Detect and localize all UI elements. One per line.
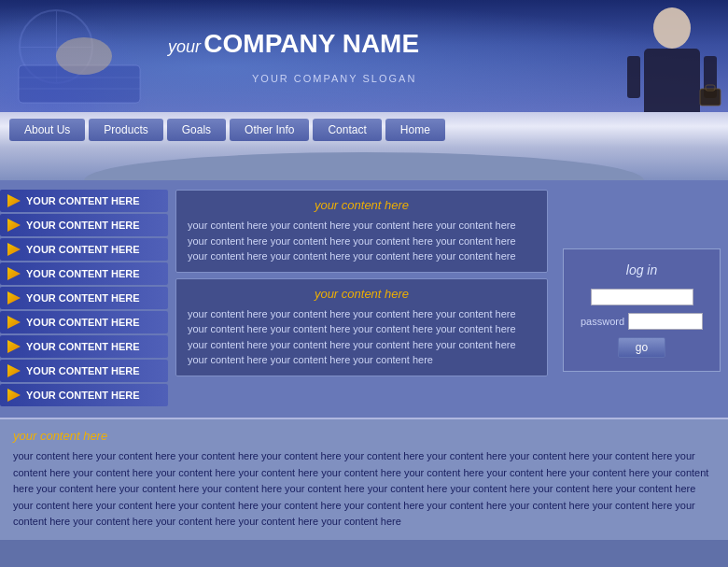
nav-about-us[interactable]: About Us <box>9 119 85 141</box>
sidebar-item-8[interactable]: YOUR CONTENT HERE <box>0 360 168 382</box>
company-slogan: YOUR COMPANY SLOGAN <box>252 73 416 84</box>
header: your COMPANY NAME YOUR COMPANY SLOGAN <box>0 0 728 112</box>
svg-rect-10 <box>700 89 721 106</box>
go-button[interactable]: go <box>618 337 665 358</box>
login-box: log in password go <box>563 248 721 372</box>
nav-curve-decoration <box>0 148 728 180</box>
arrow-icon <box>7 243 21 256</box>
password-label: password <box>581 316 624 327</box>
main-content: YOUR CONTENT HERE YOUR CONTENT HERE YOUR… <box>0 180 728 418</box>
content-box-2-body: your content here your content here your… <box>188 306 536 368</box>
sidebar-item-4[interactable]: YOUR CONTENT HERE <box>0 262 168 285</box>
nav-contact[interactable]: Contact <box>313 119 381 141</box>
password-input[interactable] <box>628 313 703 330</box>
sidebar-item-5[interactable]: YOUR CONTENT HERE <box>0 287 168 309</box>
arrow-icon <box>7 389 21 402</box>
center-content: your content here your content here your… <box>168 185 555 413</box>
nav-home[interactable]: Home <box>385 119 445 141</box>
bottom-section: your content here your content here your… <box>0 418 728 540</box>
svg-point-4 <box>653 7 691 49</box>
sidebar-item-1[interactable]: YOUR CONTENT HERE <box>0 190 168 212</box>
content-box-1-title: your content here <box>188 198 536 212</box>
svg-rect-8 <box>627 56 640 98</box>
bottom-body: your content here your content here your… <box>13 448 715 531</box>
content-box-1: your content here your content here your… <box>175 190 548 273</box>
content-box-1-body: your content here your content here your… <box>188 218 536 264</box>
header-person-decoration <box>579 0 728 112</box>
password-row: password <box>575 313 708 330</box>
sidebar-item-7[interactable]: YOUR CONTENT HERE <box>0 335 168 358</box>
arrow-icon <box>7 316 21 329</box>
content-box-2: your content here your content here your… <box>175 278 548 376</box>
arrow-icon <box>7 340 21 353</box>
nav-other-info[interactable]: Other Info <box>230 119 309 141</box>
arrow-icon <box>7 194 21 207</box>
nav-products[interactable]: Products <box>89 119 162 141</box>
header-left-decoration <box>0 0 168 112</box>
sidebar: YOUR CONTENT HERE YOUR CONTENT HERE YOUR… <box>0 185 168 413</box>
svg-point-3 <box>56 37 112 75</box>
arrow-icon <box>7 364 21 377</box>
sidebar-item-9[interactable]: YOUR CONTENT HERE <box>0 384 168 406</box>
arrow-icon <box>7 267 21 280</box>
sidebar-item-2[interactable]: YOUR CONTENT HERE <box>0 214 168 236</box>
navigation-bar: About Us Products Goals Other Info Conta… <box>0 112 728 148</box>
nav-goals[interactable]: Goals <box>167 119 226 141</box>
bottom-title: your content here <box>13 429 715 443</box>
login-username-input[interactable] <box>591 289 693 305</box>
arrow-icon <box>7 291 21 305</box>
svg-rect-5 <box>644 49 700 112</box>
sidebar-item-3[interactable]: YOUR CONTENT HERE <box>0 238 168 261</box>
sidebar-item-6[interactable]: YOUR CONTENT HERE <box>0 311 168 333</box>
company-name: your COMPANY NAME <box>168 28 419 60</box>
content-box-2-title: your content here <box>188 287 536 301</box>
login-title: log in <box>626 262 657 277</box>
arrow-icon <box>7 219 21 232</box>
login-panel: log in password go <box>555 185 728 413</box>
